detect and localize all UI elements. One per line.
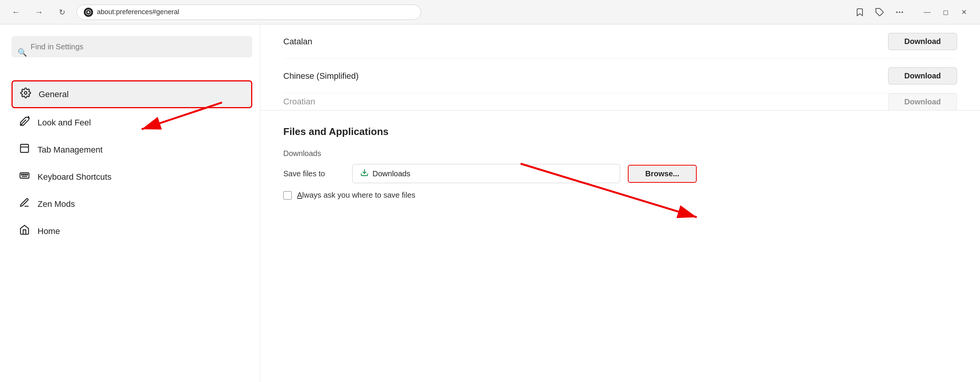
downloads-label: Downloads — [283, 149, 957, 158]
browser-chrome: ← → ↻ about:preferences#general — [0, 0, 980, 24]
search-wrapper: 🔍 — [11, 36, 252, 69]
sidebar-item-keyboard-shortcuts[interactable]: Keyboard Shortcuts — [11, 164, 252, 190]
close-button[interactable]: ✕ — [956, 4, 972, 21]
svg-point-15 — [23, 174, 24, 175]
maximize-button[interactable]: ◻ — [937, 4, 954, 21]
search-icon: 🔍 — [18, 48, 27, 57]
gear-icon — [20, 88, 32, 101]
sidebar-item-general-label: General — [39, 89, 69, 99]
svg-rect-9 — [21, 145, 29, 153]
reload-button[interactable]: ↻ — [54, 4, 70, 21]
lang-row-chinese: Chinese (Simplified) Download — [283, 59, 957, 93]
save-files-label: Save files to — [283, 169, 345, 178]
tab-icon — [18, 143, 31, 156]
download-button-catalan[interactable]: Download — [888, 33, 957, 50]
always-ask-checkbox[interactable] — [283, 191, 292, 200]
sidebar-item-look-and-feel[interactable]: Look and Feel — [11, 110, 252, 135]
svg-point-5 — [899, 11, 900, 13]
languages-section: Catalan Download Chinese (Simplified) Do… — [260, 24, 980, 111]
lang-name-catalan: Catalan — [283, 37, 312, 47]
svg-point-19 — [27, 174, 28, 175]
sidebar-item-keyboard-shortcuts-label: Keyboard Shortcuts — [38, 172, 111, 182]
sidebar-item-home[interactable]: Home — [11, 218, 252, 244]
window-controls: — ◻ ✕ — [919, 4, 972, 21]
always-ask-label: Always ask you where to save files — [297, 191, 415, 200]
lang-name-croatian: Croatian — [283, 97, 315, 107]
downloads-folder-label: Downloads — [372, 169, 410, 178]
svg-point-4 — [896, 11, 898, 13]
files-section-title: Files and Applications — [283, 126, 957, 138]
sidebar-item-look-feel-label: Look and Feel — [38, 118, 91, 128]
svg-point-2 — [87, 11, 89, 13]
forward-button[interactable]: → — [31, 4, 47, 21]
svg-point-13 — [21, 174, 22, 175]
zen-logo-icon — [84, 8, 93, 17]
sidebar-item-tab-management-label: Tab Management — [38, 145, 103, 155]
zen-mods-icon — [18, 197, 31, 211]
back-button[interactable]: ← — [8, 4, 24, 21]
search-input[interactable] — [11, 36, 252, 57]
svg-point-7 — [24, 92, 27, 94]
always-ask-row: Always ask you where to save files — [283, 191, 957, 200]
downloads-path-button[interactable]: Downloads — [352, 164, 620, 183]
content-area: Catalan Download Chinese (Simplified) Do… — [260, 24, 980, 382]
sidebar-item-zen-mods[interactable]: Zen Mods — [11, 191, 252, 217]
browse-button[interactable]: Browse... — [628, 165, 697, 183]
download-folder-icon — [360, 168, 369, 179]
address-bar: about:preferences#general — [77, 5, 421, 20]
minimize-button[interactable]: — — [919, 4, 936, 21]
svg-point-17 — [25, 174, 26, 175]
download-button-chinese[interactable]: Download — [888, 67, 957, 85]
menu-button[interactable] — [891, 4, 908, 21]
svg-rect-11 — [20, 173, 29, 178]
home-icon — [18, 224, 31, 238]
lang-row-croatian: Croatian Download — [283, 93, 957, 110]
svg-point-6 — [902, 11, 903, 13]
lang-row-catalan: Catalan Download — [283, 24, 957, 59]
keyboard-icon — [18, 170, 31, 184]
extensions-button[interactable] — [871, 4, 888, 21]
main-layout: 🔍 General Look and Feel — [0, 24, 980, 382]
lang-name-chinese: Chinese (Simplified) — [283, 71, 359, 81]
save-files-row: Save files to Downloads Browse... — [283, 164, 957, 183]
sidebar-item-home-label: Home — [38, 226, 60, 236]
browser-actions — [851, 4, 908, 21]
sidebar-item-tab-management[interactable]: Tab Management — [11, 137, 252, 163]
paintbrush-icon — [18, 116, 31, 129]
sidebar: 🔍 General Look and Feel — [0, 24, 260, 382]
sidebar-item-general[interactable]: General — [11, 80, 252, 108]
download-button-croatian[interactable]: Download — [888, 93, 957, 110]
svg-line-8 — [21, 120, 26, 125]
address-text: about:preferences#general — [97, 8, 179, 16]
bookmarks-button[interactable] — [851, 4, 868, 21]
files-section: Files and Applications Downloads Save fi… — [260, 111, 980, 215]
sidebar-item-zen-mods-label: Zen Mods — [38, 199, 75, 209]
